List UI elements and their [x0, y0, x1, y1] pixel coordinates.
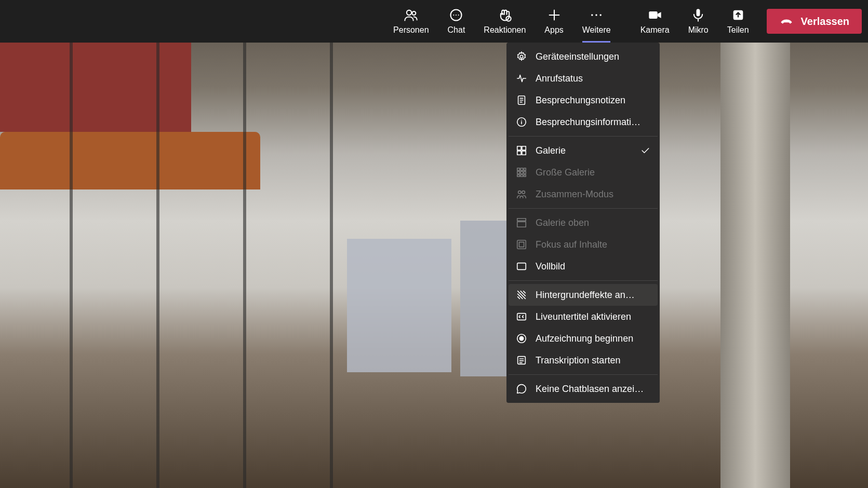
menu-item-label: Vollbild: [536, 261, 650, 272]
menu-item-label: Große Galerie: [536, 167, 650, 178]
svg-rect-19: [524, 168, 526, 171]
transcript-icon: [516, 355, 527, 366]
menu-item-fullscreen[interactable]: Vollbild: [509, 255, 658, 277]
menu-item-start-recording[interactable]: Aufzeichnung beginnen: [509, 328, 658, 349]
menu-item-label: Anrufstatus: [536, 73, 650, 84]
people-button[interactable]: Personen: [384, 0, 438, 43]
menu-item-label: Besprechungsinformati…: [536, 117, 650, 128]
leave-label: Verlassen: [801, 16, 849, 28]
together-icon: [516, 188, 527, 200]
gear-icon: [516, 51, 527, 62]
menu-item-label: Hintergrundeffekte an…: [536, 290, 650, 301]
notes-icon: [516, 94, 527, 106]
reactions-button[interactable]: Reaktionen: [474, 0, 535, 43]
menu-item-call-health[interactable]: Anrufstatus: [509, 67, 658, 89]
mic-icon: [691, 8, 705, 22]
focus-icon: [516, 239, 527, 250]
svg-rect-24: [520, 175, 523, 177]
svg-rect-31: [519, 242, 524, 247]
people-icon: [404, 8, 418, 22]
more-label: Weitere: [582, 25, 611, 35]
toolbar-group-av: Kamera Mikro Teilen: [631, 0, 758, 43]
svg-rect-8: [697, 9, 700, 16]
menu-item-background-effects[interactable]: Hintergrundeffekte an…: [509, 284, 658, 306]
grid-icon: [516, 145, 527, 156]
chat-button[interactable]: Chat: [438, 0, 475, 43]
apps-button[interactable]: Apps: [535, 0, 572, 43]
menu-item-meeting-notes[interactable]: Besprechungsnotizen: [509, 89, 658, 111]
svg-point-26: [518, 191, 522, 194]
svg-rect-18: [520, 168, 523, 171]
menu-item-large-gallery: Große Galerie: [509, 161, 658, 183]
plus-icon: [547, 8, 562, 22]
video-background: [0, 43, 868, 488]
menu-separator: [509, 374, 658, 375]
menu-item-label: Transkription starten: [536, 355, 650, 366]
svg-rect-33: [517, 314, 526, 320]
chat-off-icon: [516, 383, 527, 395]
menu-separator: [509, 208, 658, 209]
record-icon: [516, 333, 527, 344]
more-actions-menu: GeräteeinstellungenAnrufstatusBesprechun…: [506, 43, 660, 403]
share-icon: [731, 8, 745, 22]
apps-label: Apps: [544, 25, 563, 35]
menu-item-label: Geräteeinstellungen: [536, 51, 650, 62]
menu-item-gallery[interactable]: Galerie: [509, 140, 658, 161]
menu-separator: [509, 136, 658, 137]
svg-rect-13: [517, 146, 521, 150]
menu-item-label: Fokus auf Inhalte: [536, 239, 650, 250]
svg-rect-28: [517, 219, 526, 221]
more-button[interactable]: Weitere: [573, 0, 620, 43]
camera-icon: [648, 8, 662, 22]
svg-point-35: [519, 336, 523, 340]
menu-item-live-captions[interactable]: Liveuntertitel aktivieren: [509, 306, 658, 328]
background-icon: [516, 289, 527, 301]
svg-point-1: [412, 11, 416, 15]
menu-item-label: Zusammen-Modus: [536, 189, 650, 200]
fullscreen-icon: [516, 261, 527, 272]
menu-item-together-mode: Zusammen-Modus: [509, 183, 658, 205]
menu-item-label: Aufzeichnung beginnen: [536, 333, 650, 344]
svg-point-27: [522, 191, 525, 194]
svg-rect-29: [517, 222, 526, 227]
svg-rect-32: [517, 263, 526, 270]
svg-rect-25: [524, 175, 526, 177]
mic-label: Mikro: [688, 25, 709, 35]
ellipsis-icon: [589, 8, 604, 22]
svg-point-10: [520, 55, 523, 58]
menu-item-label: Besprechungsnotizen: [536, 95, 650, 106]
svg-rect-22: [524, 171, 526, 174]
video-stage: [0, 43, 868, 488]
gallery-top-icon: [516, 217, 527, 228]
cc-icon: [516, 311, 527, 322]
svg-point-4: [591, 14, 593, 16]
svg-rect-14: [522, 146, 526, 150]
share-button[interactable]: Teilen: [718, 0, 758, 43]
meeting-toolbar: Personen Chat Reaktionen Apps Weitere: [0, 0, 868, 43]
svg-rect-17: [517, 168, 520, 171]
reactions-label: Reaktionen: [484, 25, 526, 35]
menu-item-label: Liveuntertitel aktivieren: [536, 311, 650, 322]
menu-item-no-chat-bubbles[interactable]: Keine Chatblasen anzei…: [509, 378, 658, 400]
pulse-icon: [516, 73, 527, 84]
menu-item-start-transcription[interactable]: Transkription starten: [509, 349, 658, 371]
camera-button[interactable]: Kamera: [631, 0, 679, 43]
menu-item-meeting-info[interactable]: Besprechungsinformati…: [509, 111, 658, 133]
leave-button[interactable]: Verlassen: [767, 9, 862, 34]
svg-rect-7: [649, 11, 657, 19]
people-label: Personen: [393, 25, 429, 35]
share-label: Teilen: [727, 25, 749, 35]
mic-button[interactable]: Mikro: [679, 0, 718, 43]
hangup-icon: [779, 14, 794, 29]
menu-item-label: Keine Chatblasen anzei…: [536, 384, 650, 395]
svg-rect-30: [517, 240, 526, 249]
check-icon: [640, 145, 650, 156]
chat-label: Chat: [448, 25, 465, 35]
camera-label: Kamera: [640, 25, 670, 35]
menu-item-device-settings[interactable]: Geräteeinstellungen: [509, 46, 658, 67]
svg-rect-23: [517, 175, 520, 177]
menu-item-label: Galerie oben: [536, 218, 650, 228]
menu-item-focus-content: Fokus auf Inhalte: [509, 234, 658, 255]
svg-rect-15: [517, 151, 521, 155]
svg-rect-16: [522, 151, 526, 155]
